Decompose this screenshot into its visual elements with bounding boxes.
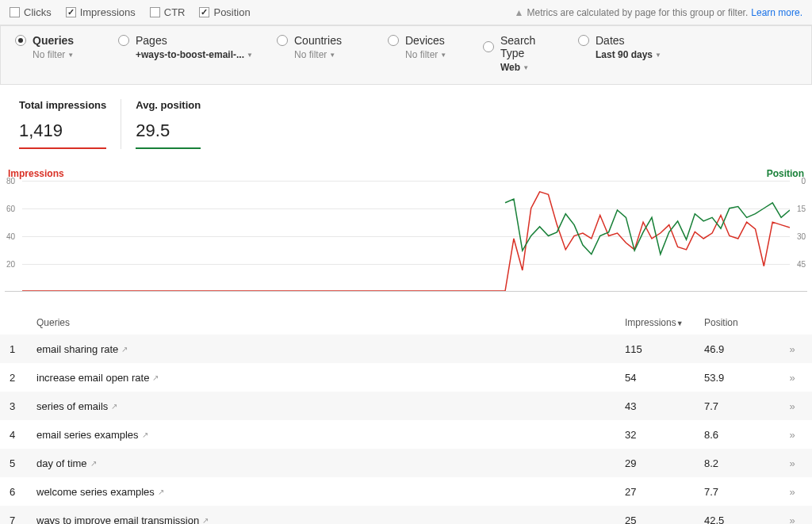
checkbox-position[interactable]: Position (199, 6, 250, 18)
chevron-right-icon[interactable]: » (789, 429, 793, 441)
learn-more-link[interactable]: Learn more. (751, 7, 802, 18)
external-link-icon[interactable]: ↗ (90, 459, 97, 468)
filter-pages[interactable]: Pages+ways-to-boost-email-...▼ (118, 34, 277, 73)
filter-countries[interactable]: CountriesNo filter▼ (277, 34, 388, 73)
row-expand[interactable]: » (776, 429, 807, 441)
row-impressions: 32 (625, 429, 704, 441)
summary-card-total-impressions[interactable]: Total impressions1,419 (5, 99, 121, 149)
chevron-right-icon[interactable]: » (789, 400, 793, 412)
series-impressions (22, 192, 790, 291)
row-position: 8.2 (704, 457, 776, 469)
row-query[interactable]: ways to improve email transmission↗ (36, 514, 625, 525)
external-link-icon[interactable]: ↗ (152, 373, 159, 382)
y-tick-right: 15 (797, 205, 806, 213)
queries-table: Queries Impressions▼ Position 1email sha… (0, 311, 812, 524)
notice-message: ▲ Metrics are calculated by page for thi… (515, 7, 802, 18)
chevron-right-icon[interactable]: » (789, 372, 793, 384)
summary-cards: Total impressions1,419Avg. position29.5 (0, 85, 812, 157)
checkbox-ctr[interactable]: CTR (150, 6, 186, 18)
row-query[interactable]: welcome series examples↗ (36, 486, 625, 498)
row-expand[interactable]: » (776, 372, 807, 384)
row-query[interactable]: email series examples↗ (36, 429, 625, 441)
col-impressions-header[interactable]: Impressions▼ (625, 317, 704, 328)
row-index: 6 (5, 486, 36, 498)
summary-value: 1,419 (19, 120, 106, 146)
row-position: 42.5 (704, 514, 776, 525)
summary-underline (136, 147, 201, 149)
chart-panel: Impressions Position 204060800153045 (0, 157, 812, 296)
filter-queries[interactable]: QueriesNo filter▼ (15, 34, 118, 73)
row-position: 53.9 (704, 372, 776, 384)
y-tick-right: 45 (797, 260, 806, 269)
row-query[interactable]: email sharing rate↗ (36, 343, 625, 355)
row-index: 5 (5, 457, 36, 469)
chevron-right-icon[interactable]: » (789, 514, 793, 525)
y-tick-left: 60 (6, 205, 15, 213)
row-expand[interactable]: » (776, 343, 807, 355)
caret-down-icon: ▼ (655, 52, 661, 59)
chevron-right-icon[interactable]: » (789, 343, 793, 355)
row-expand[interactable]: » (776, 486, 807, 498)
external-link-icon[interactable]: ↗ (158, 488, 164, 496)
checkbox-icon (150, 7, 160, 17)
legend-position: Position (767, 168, 804, 179)
notice-text: Metrics are calculated by page for this … (527, 7, 748, 18)
filter-sublabel[interactable]: No filter▼ (277, 49, 364, 60)
row-query[interactable]: increase email open rate↗ (36, 372, 625, 384)
filter-sublabel[interactable]: No filter▼ (15, 49, 94, 60)
row-index: 1 (5, 343, 36, 355)
checkbox-icon (10, 7, 20, 17)
sort-desc-icon: ▼ (676, 319, 684, 327)
checkbox-label: Clicks (24, 6, 52, 18)
row-query[interactable]: series of emails↗ (36, 400, 625, 412)
table-row[interactable]: 2increase email open rate↗5453.9» (0, 363, 812, 392)
chart-area[interactable]: 204060800153045 (5, 181, 807, 292)
summary-card-avg-position[interactable]: Avg. position29.5 (121, 99, 215, 149)
row-query[interactable]: day of time↗ (36, 457, 625, 469)
metric-checkboxes: ClicksImpressionsCTRPosition (10, 6, 251, 18)
external-link-icon[interactable]: ↗ (121, 345, 128, 354)
col-position-header[interactable]: Position (704, 317, 776, 328)
filter-label: Search Type (500, 34, 554, 59)
checkbox-label: Impressions (80, 6, 136, 18)
legend-impressions: Impressions (8, 168, 64, 179)
filter-sublabel[interactable]: Last 90 days▼ (578, 49, 665, 60)
checkbox-impressions[interactable]: Impressions (66, 6, 136, 18)
checkbox-label: CTR (164, 6, 186, 18)
external-link-icon[interactable]: ↗ (202, 516, 209, 525)
chart-legend: Impressions Position (5, 168, 807, 181)
summary-label: Avg. position (136, 99, 201, 111)
filter-devices[interactable]: DevicesNo filter▼ (388, 34, 483, 73)
row-expand[interactable]: » (776, 457, 807, 469)
chevron-right-icon[interactable]: » (789, 486, 793, 498)
filter-label: Pages (136, 34, 167, 47)
filter-label: Countries (294, 34, 342, 47)
filter-search-type[interactable]: Search TypeWeb▼ (483, 34, 578, 73)
table-row[interactable]: 5day of time↗298.2» (0, 449, 812, 477)
caret-down-icon: ▼ (523, 64, 529, 71)
chevron-right-icon[interactable]: » (789, 457, 793, 469)
filter-dates[interactable]: DatesLast 90 days▼ (578, 34, 689, 73)
row-expand[interactable]: » (776, 400, 807, 412)
row-position: 7.7 (704, 486, 776, 498)
y-tick-left: 80 (6, 177, 15, 186)
row-expand[interactable]: » (776, 514, 807, 525)
col-queries-header[interactable]: Queries (36, 317, 625, 328)
external-link-icon[interactable]: ↗ (111, 402, 117, 411)
table-row[interactable]: 6welcome series examples↗277.7» (0, 477, 812, 506)
table-row[interactable]: 3series of emails↗437.7» (0, 392, 812, 420)
row-index: 3 (5, 400, 36, 412)
table-row[interactable]: 4email series examples↗328.6» (0, 420, 812, 449)
table-row[interactable]: 7ways to improve email transmission↗2542… (0, 506, 812, 524)
table-row[interactable]: 1email sharing rate↗11546.9» (0, 335, 812, 363)
caret-down-icon: ▼ (440, 52, 446, 59)
filter-sublabel[interactable]: Web▼ (483, 62, 554, 73)
external-link-icon[interactable]: ↗ (142, 430, 148, 439)
summary-value: 29.5 (136, 120, 201, 146)
filter-sublabel[interactable]: No filter▼ (388, 49, 459, 60)
filter-sublabel[interactable]: +ways-to-boost-email-...▼ (118, 49, 253, 60)
radio-icon (277, 35, 288, 46)
metrics-toolbar: ClicksImpressionsCTRPosition ▲ Metrics a… (0, 0, 812, 25)
checkbox-clicks[interactable]: Clicks (10, 6, 52, 18)
summary-underline (19, 147, 106, 149)
